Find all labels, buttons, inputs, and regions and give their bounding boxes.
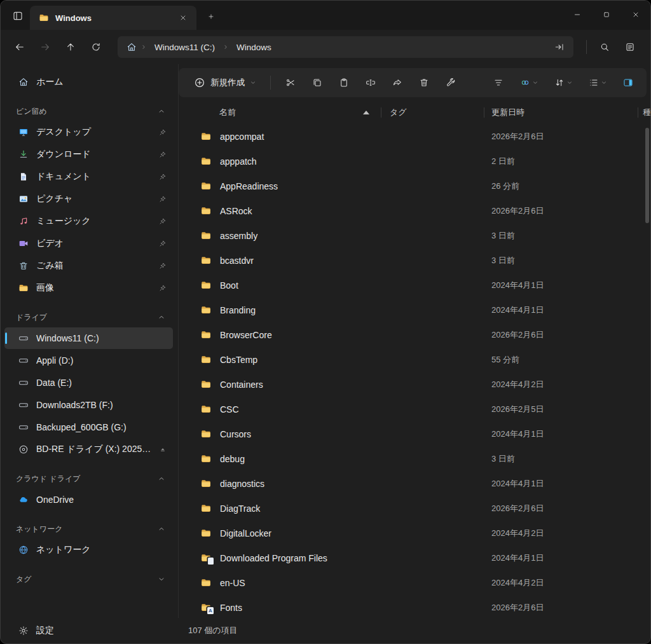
folder-icon bbox=[39, 13, 49, 23]
file-row[interactable]: Boot 2024年4月1日 bbox=[179, 273, 650, 298]
tools-button[interactable] bbox=[439, 72, 463, 93]
file-row[interactable]: BrowserCore 2026年2月6日 bbox=[179, 322, 650, 347]
drive-icon bbox=[18, 422, 29, 432]
file-row[interactable]: Fonts 2026年2月6日 bbox=[179, 595, 650, 618]
column-header-type[interactable]: 種 bbox=[638, 101, 650, 124]
sidebar-section-pinned[interactable]: ピン留め bbox=[4, 102, 173, 121]
file-row[interactable]: AppReadiness 26 分前 bbox=[179, 174, 650, 198]
minimize-button[interactable] bbox=[563, 1, 592, 29]
preview-pane-button[interactable] bbox=[616, 72, 640, 93]
file-name-cell: Downloaded Program Files bbox=[179, 552, 381, 563]
notebook-icon[interactable] bbox=[619, 36, 641, 58]
file-row[interactable]: Cursors 2024年4月1日 bbox=[179, 421, 650, 446]
refresh-button[interactable] bbox=[85, 36, 107, 58]
settings-button[interactable]: 設定 bbox=[1, 625, 179, 636]
sidebar-item-label: OneDrive bbox=[36, 495, 167, 505]
file-row[interactable]: debug 3 日前 bbox=[179, 446, 650, 471]
vertical-scrollbar-thumb[interactable] bbox=[645, 128, 649, 223]
sidebar-item-downloads[interactable]: ダウンロード bbox=[4, 144, 173, 165]
file-name-cell: ASRock bbox=[179, 205, 381, 216]
column-header-name[interactable]: 名前 bbox=[179, 101, 381, 124]
chevron-right-icon[interactable] bbox=[221, 44, 230, 50]
eject-icon[interactable] bbox=[159, 446, 167, 453]
sidebar-item-drive-f[interactable]: Downloads2TB (F:) bbox=[4, 394, 173, 416]
file-row[interactable]: DiagTrack 2026年2月6日 bbox=[179, 496, 650, 521]
up-button[interactable] bbox=[59, 36, 82, 58]
sidebar-item-music[interactable]: ミュージック bbox=[4, 210, 173, 232]
file-name: CSC bbox=[220, 404, 239, 414]
sidebar-item-recycle-bin[interactable]: ごみ箱 bbox=[4, 255, 173, 277]
file-row[interactable]: bcastdvr 3 日前 bbox=[179, 248, 650, 273]
sidebar-item-desktop[interactable]: デスクトップ bbox=[4, 121, 173, 143]
filter-button[interactable] bbox=[486, 72, 511, 93]
tab-list-button[interactable] bbox=[7, 5, 29, 27]
paste-button[interactable] bbox=[332, 72, 356, 93]
file-row[interactable]: diagnostics 2024年4月1日 bbox=[179, 471, 650, 496]
tag-filter-button[interactable] bbox=[513, 72, 545, 93]
sidebar-section-network[interactable]: ネットワーク bbox=[4, 519, 173, 538]
file-row[interactable]: appcompat 2026年2月6日 bbox=[179, 124, 650, 149]
file-row[interactable]: ASRock 2026年2月6日 bbox=[179, 198, 650, 223]
rename-button[interactable] bbox=[359, 72, 383, 93]
column-header-modified[interactable]: 更新日時 bbox=[484, 101, 638, 124]
sidebar-item-drive-e[interactable]: Data (E:) bbox=[4, 372, 173, 394]
file-row[interactable]: DigitalLocker 2024年4月2日 bbox=[179, 521, 650, 545]
sidebar-item-network[interactable]: ネットワーク bbox=[4, 539, 173, 561]
cut-button[interactable] bbox=[278, 72, 303, 93]
file-row[interactable]: apppatch 2 日前 bbox=[179, 149, 650, 174]
new-tab-button[interactable] bbox=[202, 7, 221, 26]
file-name: DigitalLocker bbox=[220, 528, 271, 538]
sidebar-item-drive-g[interactable]: Backuped_600GB (G:) bbox=[4, 416, 173, 438]
file-name-cell: CbsTemp bbox=[179, 354, 381, 365]
file-name: apppatch bbox=[220, 156, 257, 167]
sidebar-item-images[interactable]: 画像 bbox=[4, 277, 173, 299]
file-row[interactable]: en-US 2024年4月2日 bbox=[179, 570, 650, 595]
file-name: AppReadiness bbox=[220, 181, 278, 191]
new-item-button[interactable]: 新規作成 bbox=[188, 73, 263, 92]
close-button[interactable] bbox=[621, 1, 650, 29]
sort-button[interactable] bbox=[547, 72, 579, 93]
folder-icon bbox=[18, 283, 29, 293]
arrow-to-end-icon[interactable] bbox=[552, 42, 567, 52]
sidebar-section-cloud[interactable]: クラウド ドライブ bbox=[4, 469, 173, 488]
sidebar-item-drive-d[interactable]: Appli (D:) bbox=[4, 350, 173, 371]
sidebar-section-tags[interactable]: タグ bbox=[4, 570, 173, 589]
drive-icon bbox=[18, 355, 29, 366]
maximize-button[interactable] bbox=[592, 1, 621, 29]
sidebar-item-pictures[interactable]: ピクチャ bbox=[4, 188, 173, 210]
back-button[interactable] bbox=[8, 36, 31, 58]
tab-windows[interactable]: Windows bbox=[30, 6, 196, 30]
column-header-tag[interactable]: タグ bbox=[381, 101, 484, 124]
sidebar-item-drive-x[interactable]: BD-RE ドライブ (X:) 2025.... bbox=[4, 439, 173, 460]
file-row[interactable]: Downloaded Program Files 2024年4月1日 bbox=[179, 545, 650, 570]
view-button[interactable] bbox=[582, 72, 613, 93]
column-headers: 名前 タグ 更新日時 種 bbox=[179, 101, 650, 124]
delete-button[interactable] bbox=[412, 72, 436, 93]
file-row[interactable]: CbsTemp 55 分前 bbox=[179, 347, 650, 372]
item-count: 107 個の項目 bbox=[179, 625, 650, 636]
file-row[interactable]: Containers 2024年4月2日 bbox=[179, 372, 650, 397]
copy-button[interactable] bbox=[305, 72, 329, 93]
sidebar-item-onedrive[interactable]: OneDrive bbox=[4, 489, 173, 510]
file-modified: 2 日前 bbox=[484, 156, 638, 167]
breadcrumb-drive[interactable]: Windows11 (C:) bbox=[149, 40, 220, 55]
share-button[interactable] bbox=[385, 72, 409, 93]
sidebar-section-drives[interactable]: ドライブ bbox=[4, 308, 173, 327]
sidebar-item-videos[interactable]: ビデオ bbox=[4, 233, 173, 254]
address-bar[interactable]: Windows11 (C:) Windows bbox=[118, 36, 573, 58]
search-button[interactable] bbox=[593, 36, 616, 58]
sidebar-item-home[interactable]: ホーム bbox=[4, 71, 173, 93]
home-icon[interactable] bbox=[125, 42, 138, 52]
forward-button[interactable] bbox=[34, 36, 57, 58]
section-label: ピン留め bbox=[16, 106, 158, 117]
file-modified: 2024年4月1日 bbox=[484, 428, 638, 440]
file-row[interactable]: assembly 3 日前 bbox=[179, 223, 650, 248]
file-row[interactable]: CSC 2026年2月5日 bbox=[179, 397, 650, 421]
sort-ascending-icon bbox=[363, 111, 369, 114]
tab-close-icon[interactable] bbox=[176, 11, 190, 25]
sidebar-item-drive-c[interactable]: Windows11 (C:) bbox=[4, 327, 173, 349]
chevron-right-icon[interactable] bbox=[139, 44, 148, 50]
breadcrumb-folder[interactable]: Windows bbox=[231, 40, 277, 55]
sidebar-item-documents[interactable]: ドキュメント bbox=[4, 166, 173, 188]
file-row[interactable]: Branding 2024年4月1日 bbox=[179, 298, 650, 322]
